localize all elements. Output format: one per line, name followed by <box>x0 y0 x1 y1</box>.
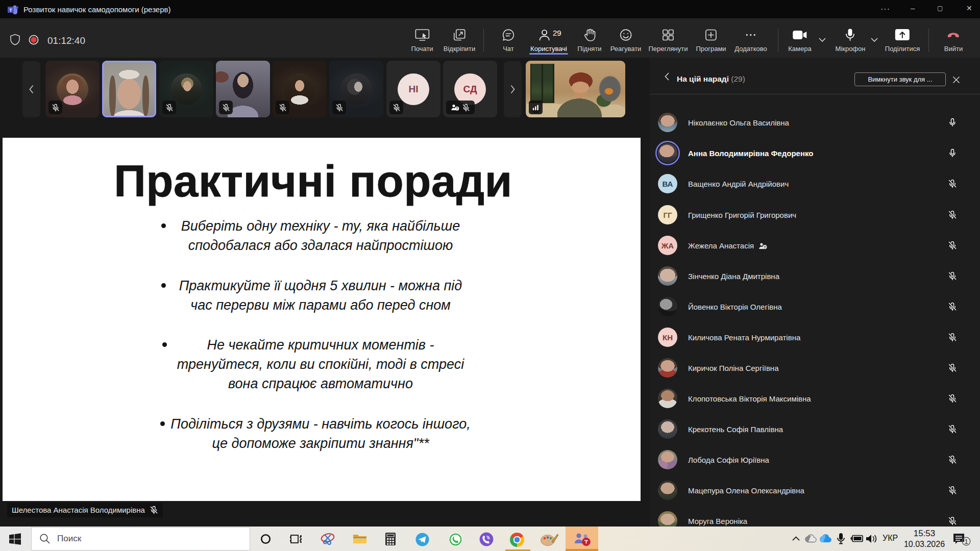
svg-text:T: T <box>9 8 12 13</box>
svg-text:1: 1 <box>964 538 968 545</box>
svg-text:?: ? <box>456 106 458 111</box>
svg-text:?: ? <box>764 245 766 249</box>
